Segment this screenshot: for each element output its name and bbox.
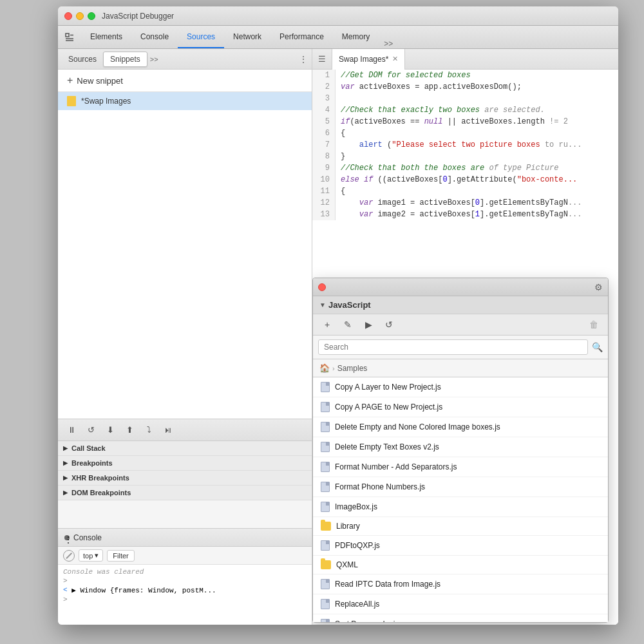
tab-performance[interactable]: Performance (270, 26, 333, 48)
popup-action-bar: + ✎ ▶ ↺ 🗑 (313, 314, 608, 336)
context-select-chevron: ▾ (95, 551, 99, 560)
edit-snippet-button[interactable]: ✎ (340, 317, 355, 332)
popup-section-label: ▼ JavaScript (313, 296, 608, 314)
tab-network[interactable]: Network (224, 26, 270, 48)
subtab-more-icon[interactable]: ⋮ (299, 54, 308, 64)
window-title: JavaScript Debugger (102, 12, 174, 21)
list-item[interactable]: QXML (313, 556, 608, 574)
step-over-button[interactable]: ↺ (84, 423, 98, 437)
xhr-arrow-icon: ▶ (63, 475, 68, 481)
breakpoints-arrow-icon: ▶ (63, 460, 68, 466)
console-line-1: > (63, 576, 307, 585)
titlebar: JavaScript Debugger (58, 6, 618, 26)
folder-icon (321, 522, 331, 531)
popup-titlebar: ⚙ (313, 278, 608, 296)
folder-icon (321, 560, 331, 569)
list-item[interactable]: Read IPTC Data from Image.js (313, 574, 608, 594)
file-icon (321, 619, 330, 622)
popup-search: 🔍 (313, 336, 608, 359)
new-snippet-button[interactable]: + New snippet (58, 70, 312, 92)
toolbar-tabs: Elements Console Sources Network Perform… (81, 26, 398, 48)
add-snippet-button[interactable]: + (319, 317, 335, 332)
file-icon (321, 422, 330, 432)
list-item[interactable]: Library (313, 517, 608, 536)
file-icon (321, 482, 330, 492)
console-dot-icon[interactable]: ⋮ (64, 535, 70, 540)
list-item[interactable]: Format Number - Add Separators.js (313, 457, 608, 477)
tabs-overflow[interactable]: >> (379, 39, 398, 48)
subtab-snippets[interactable]: Snippets (103, 52, 147, 67)
file-icon (321, 442, 330, 452)
right-panel: ☰ Swap Images* ✕ 1 //Get DOM for selecte… (312, 49, 618, 625)
delete-snippet-button[interactable]: 🗑 (586, 317, 601, 332)
popup-overlay[interactable]: ⚙ ▼ JavaScript + ✎ ▶ ↺ 🗑 (312, 49, 618, 625)
devtools-window: JavaScript Debugger Elements Console Sou… (58, 6, 618, 625)
bottom-section: ⏸ ↺ ⬇ ⬆ ⤵ ⏯ ▶ Call Stack ▶ Breakpoints (58, 419, 312, 625)
file-icon (321, 402, 330, 412)
popup-close-icon[interactable] (318, 283, 326, 291)
step-button[interactable]: ⤵ (142, 423, 156, 437)
popup-file-list: Copy A Layer to New Project.js Copy A PA… (313, 377, 608, 622)
snippets-list: *Swap Images (58, 92, 312, 419)
tab-console[interactable]: Console (131, 26, 178, 48)
callstack-sections: ▶ Call Stack ▶ Breakpoints ▶ XHR Breakpo… (58, 441, 312, 528)
home-icon[interactable]: 🏠 (319, 363, 330, 373)
minimize-button[interactable] (76, 12, 84, 20)
step-into-button[interactable]: ⬇ (103, 423, 117, 437)
console-label: Console (73, 533, 102, 542)
console-toolbar: ⋮ Console (58, 529, 312, 547)
search-input[interactable] (318, 339, 588, 355)
dom-breakpoints-header[interactable]: ▶ DOM Breakpoints (58, 486, 312, 500)
console-section: ⋮ Console top ▾ Filter Console was cle (58, 528, 312, 625)
list-item[interactable]: Format Phone Numbers.js (313, 477, 608, 497)
close-button[interactable] (64, 12, 72, 20)
list-item[interactable]: PDFtoQXP.js (313, 536, 608, 556)
section-triangle-icon: ▼ (319, 301, 326, 308)
snippet-item[interactable]: *Swap Images (58, 92, 312, 110)
popup-gear-icon[interactable]: ⚙ (594, 282, 603, 292)
tab-sources[interactable]: Sources (178, 26, 224, 48)
list-item[interactable]: Delete Empty and None Colored Image boxe… (313, 417, 608, 437)
breakpoints-header[interactable]: ▶ Breakpoints (58, 456, 312, 471)
context-select[interactable]: top ▾ (79, 549, 103, 562)
left-panel: Sources Snippets >> ⋮ + New snippet *Swa… (58, 49, 312, 625)
list-item[interactable]: Sort Paragraphs.js (313, 614, 608, 622)
file-icon (321, 579, 330, 589)
console-line-3: > (63, 595, 307, 604)
list-item[interactable]: Copy A Layer to New Project.js (313, 377, 608, 397)
subtab-sources[interactable]: Sources (62, 52, 103, 66)
main-toolbar: Elements Console Sources Network Perform… (58, 26, 618, 49)
svg-rect-0 (66, 33, 69, 37)
pause-button[interactable]: ⏸ (64, 423, 79, 437)
file-icon (321, 502, 330, 512)
deactivate-button[interactable]: ⏯ (161, 423, 175, 437)
list-item[interactable]: ReplaceAll.js (313, 594, 608, 614)
dom-arrow-icon: ▶ (63, 489, 68, 496)
plus-icon: + (67, 75, 73, 86)
maximize-button[interactable] (88, 12, 95, 20)
file-icon (321, 462, 330, 472)
run-snippet-button[interactable]: ▶ (361, 317, 376, 332)
step-out-button[interactable]: ⬆ (122, 423, 137, 437)
callstack-header[interactable]: ▶ Call Stack (58, 441, 312, 456)
inspect-icon[interactable] (58, 26, 81, 49)
list-item[interactable]: Copy A PAGE to New Project.js (313, 397, 608, 417)
tab-elements[interactable]: Elements (81, 26, 131, 48)
list-item[interactable]: Delete Empty Text Boxes v2.js (313, 437, 608, 457)
subtabs-overflow[interactable]: >> (150, 55, 158, 63)
filter-button[interactable]: Filter (107, 550, 134, 562)
tab-memory[interactable]: Memory (333, 26, 379, 48)
xhr-breakpoints-header[interactable]: ▶ XHR Breakpoints (58, 471, 312, 486)
list-item[interactable]: ImageBox.js (313, 497, 608, 517)
refresh-button[interactable]: ↺ (381, 317, 397, 332)
devtools-body: Sources Snippets >> ⋮ + New snippet *Swa… (58, 49, 618, 625)
console-filter-row: top ▾ Filter (58, 547, 312, 565)
breadcrumb: 🏠 › Samples (313, 359, 608, 377)
console-content: Console was cleared > < ▶ Window {frames… (58, 565, 312, 625)
breadcrumb-separator: › (332, 365, 335, 372)
console-cleared-msg: Console was cleared (63, 567, 307, 576)
file-icon (321, 599, 330, 609)
file-icon (321, 540, 330, 551)
no-errors-button[interactable] (63, 550, 75, 562)
traffic-lights (64, 12, 95, 20)
